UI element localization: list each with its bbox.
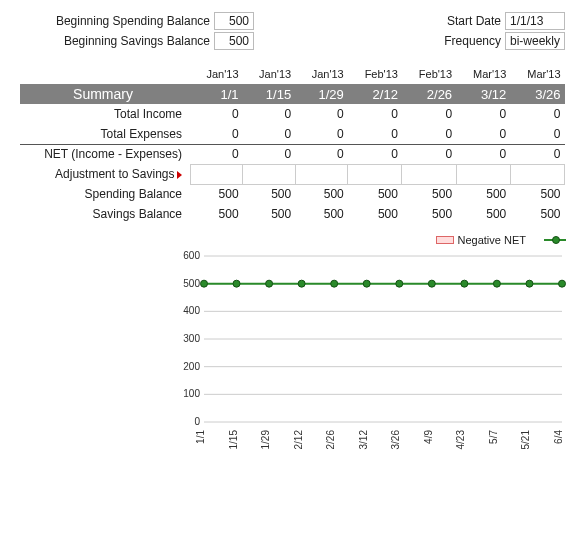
month-cell: Jan'13 (295, 64, 348, 84)
cell: 500 (348, 184, 402, 204)
adjustment-cell[interactable] (510, 164, 564, 184)
legend-series (544, 234, 566, 246)
adjustment-cell[interactable] (402, 164, 456, 184)
svg-text:400: 400 (183, 305, 200, 316)
svg-text:600: 600 (183, 250, 200, 261)
cell: 0 (510, 104, 564, 124)
svg-text:1/1: 1/1 (195, 430, 206, 444)
svg-text:100: 100 (183, 388, 200, 399)
row-label: Adjustment to Savings (20, 164, 190, 184)
cell: 0 (402, 144, 456, 164)
beg-spending-input[interactable]: 500 (214, 12, 254, 30)
total-expenses-row: Total Expenses 0 0 0 0 0 0 0 (20, 124, 565, 144)
adjustment-cell[interactable] (243, 164, 296, 184)
beg-savings-label: Beginning Savings Balance (20, 34, 210, 48)
row-label: Savings Balance (20, 204, 190, 224)
svg-point-25 (559, 280, 566, 287)
adjustment-label-text: Adjustment to Savings (55, 167, 174, 181)
cell: 0 (348, 124, 402, 144)
chart-container: Negative NET 01002003004005006001/11/151… (170, 234, 570, 470)
month-cell: Jan'13 (243, 64, 296, 84)
svg-text:1/29: 1/29 (260, 430, 271, 450)
date-cell: 1/15 (243, 84, 296, 104)
cell: 0 (243, 104, 296, 124)
chart-legend: Negative NET (170, 234, 570, 246)
cell: 500 (402, 204, 456, 224)
svg-text:0: 0 (194, 416, 200, 427)
svg-point-18 (331, 280, 338, 287)
cell: 500 (243, 204, 296, 224)
svg-text:3/26: 3/26 (390, 430, 401, 450)
cell: 0 (348, 104, 402, 124)
summary-table: Jan'13 Jan'13 Jan'13 Feb'13 Feb'13 Mar'1… (20, 64, 565, 224)
svg-text:300: 300 (183, 333, 200, 344)
date-cell: 3/26 (510, 84, 564, 104)
svg-text:3/12: 3/12 (358, 430, 369, 450)
svg-point-21 (428, 280, 435, 287)
top-inputs: Beginning Spending Balance 500 Beginning… (20, 12, 565, 50)
svg-text:2/26: 2/26 (325, 430, 336, 450)
cell: 0 (190, 124, 243, 144)
beg-savings-input[interactable]: 500 (214, 32, 254, 50)
svg-text:4/9: 4/9 (423, 430, 434, 444)
adjustment-cell[interactable] (295, 164, 348, 184)
svg-text:200: 200 (183, 361, 200, 372)
beg-spending-label: Beginning Spending Balance (20, 14, 210, 28)
month-cell: Mar'13 (456, 64, 510, 84)
cell: 0 (456, 144, 510, 164)
legend-negative-net: Negative NET (436, 234, 526, 246)
svg-point-22 (461, 280, 468, 287)
row-label: Total Expenses (20, 124, 190, 144)
month-cell: Feb'13 (348, 64, 402, 84)
svg-point-24 (526, 280, 533, 287)
cell: 0 (295, 104, 348, 124)
adjustment-cell[interactable] (190, 164, 243, 184)
cell: 0 (243, 144, 296, 164)
cell: 500 (510, 184, 564, 204)
svg-point-23 (493, 280, 500, 287)
start-date-input[interactable]: 1/1/13 (505, 12, 565, 30)
frequency-input[interactable]: bi-weekly (505, 32, 565, 50)
svg-text:5/21: 5/21 (520, 430, 531, 450)
balance-chart: 01002003004005006001/11/151/292/122/263/… (170, 250, 570, 470)
cell: 500 (190, 184, 243, 204)
cell: 0 (402, 104, 456, 124)
cell: 0 (510, 144, 564, 164)
month-cell: Mar'13 (510, 64, 564, 84)
month-cell: Feb'13 (402, 64, 456, 84)
frequency-label: Frequency (431, 34, 501, 48)
cell: 500 (348, 204, 402, 224)
cell: 0 (295, 144, 348, 164)
svg-point-16 (266, 280, 273, 287)
adjustment-cell[interactable] (348, 164, 402, 184)
svg-point-14 (201, 280, 208, 287)
cell: 0 (456, 104, 510, 124)
cell: 0 (456, 124, 510, 144)
cell: 0 (295, 124, 348, 144)
row-label: NET (Income - Expenses) (20, 144, 190, 164)
right-input-group: Start Date 1/1/13 Frequency bi-weekly (431, 12, 565, 50)
svg-text:2/12: 2/12 (293, 430, 304, 450)
negative-net-swatch-icon (436, 236, 454, 244)
svg-point-19 (363, 280, 370, 287)
date-cell: 3/12 (456, 84, 510, 104)
adjustment-cell[interactable] (456, 164, 510, 184)
cell: 0 (510, 124, 564, 144)
svg-text:6/4: 6/4 (553, 430, 564, 444)
cell: 0 (190, 104, 243, 124)
date-cell: 1/29 (295, 84, 348, 104)
svg-point-20 (396, 280, 403, 287)
row-label: Total Income (20, 104, 190, 124)
legend-label: Negative NET (458, 234, 526, 246)
cell: 0 (190, 144, 243, 164)
summary-label: Summary (20, 84, 190, 104)
savings-balance-row: Savings Balance 500 500 500 500 500 500 … (20, 204, 565, 224)
cell: 500 (190, 204, 243, 224)
comment-indicator-icon[interactable] (177, 171, 182, 179)
row-label: Spending Balance (20, 184, 190, 204)
cell: 0 (348, 144, 402, 164)
series-swatch-icon (544, 239, 566, 241)
month-header-row: Jan'13 Jan'13 Jan'13 Feb'13 Feb'13 Mar'1… (20, 64, 565, 84)
cell: 500 (243, 184, 296, 204)
total-income-row: Total Income 0 0 0 0 0 0 0 (20, 104, 565, 124)
